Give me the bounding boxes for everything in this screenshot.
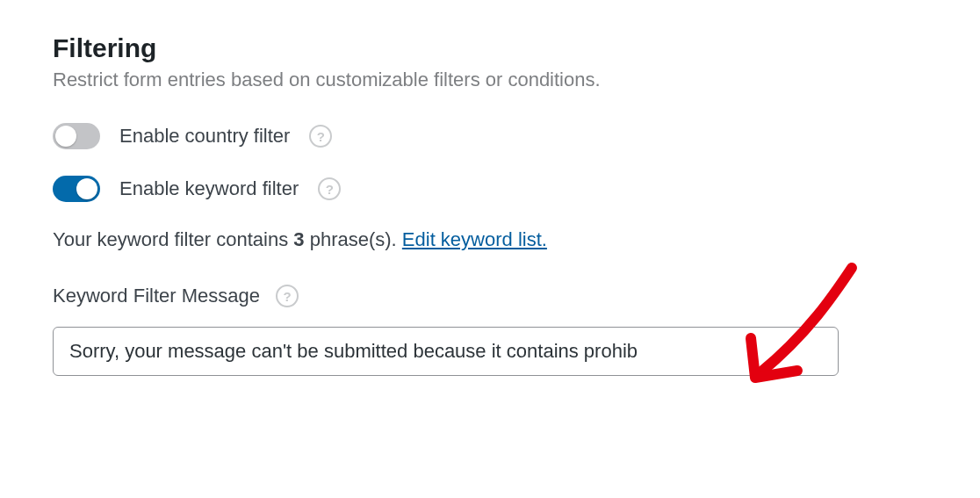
keyword-phrase-count: 3	[293, 228, 304, 250]
toggle-knob	[76, 178, 97, 199]
keyword-filter-toggle[interactable]	[53, 176, 100, 202]
keyword-filter-row: Enable keyword filter ?	[53, 176, 927, 202]
keyword-info-prefix: Your keyword filter contains	[53, 228, 293, 250]
help-icon[interactable]: ?	[276, 285, 299, 307]
country-filter-label: Enable country filter	[119, 125, 290, 148]
keyword-filter-message-input[interactable]	[53, 327, 839, 376]
help-icon[interactable]: ?	[318, 177, 341, 200]
keyword-info-line: Your keyword filter contains 3 phrase(s)…	[53, 228, 927, 251]
keyword-filter-label: Enable keyword filter	[119, 177, 299, 200]
keyword-filter-message-label: Keyword Filter Message	[53, 285, 260, 307]
toggle-knob	[55, 126, 76, 147]
keyword-info-suffix: phrase(s).	[305, 228, 402, 250]
edit-keyword-list-link[interactable]: Edit keyword list.	[402, 228, 547, 250]
message-field-label-row: Keyword Filter Message ?	[53, 285, 927, 307]
section-title: Filtering	[53, 33, 927, 63]
help-icon[interactable]: ?	[309, 125, 332, 148]
section-description: Restrict form entries based on customiza…	[53, 69, 927, 91]
country-filter-row: Enable country filter ?	[53, 123, 927, 149]
country-filter-toggle[interactable]	[53, 123, 100, 149]
